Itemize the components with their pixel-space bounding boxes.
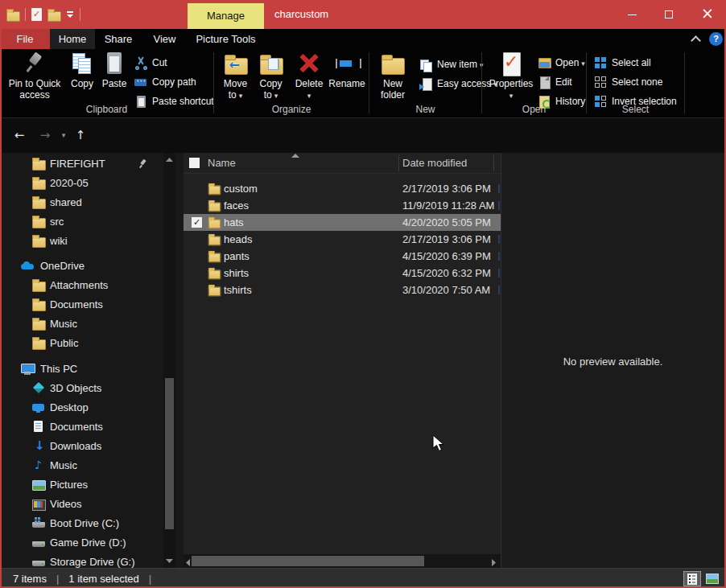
properties-label: Properties	[489, 78, 534, 89]
horizontal-scrollbar[interactable]	[184, 554, 501, 568]
maximize-button[interactable]	[650, 0, 687, 29]
column-header-name[interactable]: Name	[208, 153, 236, 174]
folder-icon	[208, 183, 221, 195]
minimize-icon	[628, 14, 637, 15]
tab-manage[interactable]: Manage	[188, 3, 264, 29]
sidebar-scrollbar[interactable]	[163, 153, 175, 568]
sidebar-scrollbar-thumb[interactable]	[165, 378, 174, 529]
file-name: heads	[224, 231, 252, 248]
sidebar-item-label: Documents	[50, 295, 103, 315]
tab-file[interactable]: File	[0, 29, 50, 49]
qat-new-folder-icon[interactable]	[47, 9, 60, 21]
column-separator[interactable]	[398, 155, 399, 171]
window-title: charcustom	[274, 0, 328, 29]
pin-to-quick-access-button[interactable]: Pin to Quick access	[5, 51, 64, 101]
rename-button[interactable]: Rename	[327, 51, 367, 89]
sidebar-item-game-drive-d[interactable]: Game Drive (D:)	[0, 533, 161, 553]
scroll-left-icon[interactable]	[186, 559, 190, 566]
qat-properties-icon[interactable]	[31, 8, 42, 21]
sidebar-item-shared[interactable]: shared	[0, 193, 161, 212]
sidebar-item-label: Music	[50, 456, 77, 475]
row-tick	[498, 252, 500, 261]
collapse-ribbon-icon[interactable]	[691, 34, 702, 45]
tab-picture-tools[interactable]: Picture Tools	[188, 29, 264, 49]
minimize-button[interactable]	[613, 0, 650, 29]
file-row[interactable]: tshirts 3/10/2020 7:50 AM	[184, 282, 501, 298]
file-row[interactable]: shirts 4/15/2020 6:32 PM	[184, 265, 501, 282]
recent-locations-dropdown-icon[interactable]	[56, 125, 71, 146]
sidebar-item-music[interactable]: Music	[0, 315, 161, 334]
copy-button[interactable]: Copy	[66, 51, 98, 89]
sidebar-item-wiki[interactable]: wiki	[0, 232, 161, 251]
row-checkbox[interactable]	[192, 217, 202, 228]
sidebar-item-label: src	[50, 212, 64, 232]
file-name: custom	[224, 180, 258, 197]
qat-separator	[25, 8, 26, 21]
sidebar-item-this-pc[interactable]: This PC	[0, 360, 161, 379]
tab-share[interactable]: Share	[95, 29, 142, 49]
back-button[interactable]	[8, 125, 31, 146]
sidebar-item-src[interactable]: src	[0, 212, 161, 232]
select-all-button[interactable]: Select all	[594, 54, 651, 72]
properties-button[interactable]: Properties	[488, 51, 534, 97]
edit-button[interactable]: Edit	[538, 73, 572, 91]
sidebar-item-videos[interactable]: Videos	[0, 495, 161, 514]
file-row[interactable]: pants 4/15/2020 6:39 PM	[184, 248, 501, 265]
sidebar-item-3d-objects[interactable]: 3D Objects	[0, 379, 161, 398]
delete-button[interactable]: Delete	[291, 51, 327, 97]
paste-label: Paste	[102, 78, 127, 89]
sidebar-item-firefight[interactable]: FIREFIGHT	[0, 154, 161, 174]
move-to-button[interactable]: ← Move to	[218, 51, 253, 101]
new-group-label: New	[369, 104, 481, 115]
tab-view[interactable]: View	[142, 29, 188, 49]
help-icon[interactable]	[709, 32, 723, 46]
sort-ascending-icon	[291, 154, 299, 158]
up-button[interactable]	[71, 125, 90, 146]
scroll-right-icon[interactable]	[492, 559, 496, 566]
folder-icon	[208, 200, 221, 212]
sidebar-item-documents[interactable]: Documents	[0, 417, 161, 437]
qat-folder-icon[interactable]	[6, 9, 19, 21]
preview-message: No preview available.	[501, 356, 724, 368]
sidebar-item-public[interactable]: Public	[0, 334, 161, 353]
cut-button[interactable]: Cut	[134, 54, 167, 72]
details-view-button[interactable]	[683, 571, 701, 586]
select-all-checkbox[interactable]	[189, 158, 200, 168]
horizontal-scrollbar-thumb[interactable]	[192, 556, 424, 566]
sidebar-item-2020-05[interactable]: 2020-05	[0, 174, 161, 193]
new-folder-button[interactable]: New folder	[372, 51, 414, 101]
sidebar-item-music[interactable]: Music	[0, 456, 161, 475]
sidebar-item-label: shared	[50, 193, 82, 212]
copy-path-icon	[134, 76, 148, 89]
file-row[interactable]: hats 4/20/2020 5:05 PM	[184, 214, 501, 231]
tab-home[interactable]: Home	[50, 29, 95, 49]
ribbon-tabs-row: File Home Share View Picture Tools	[0, 29, 726, 49]
file-row[interactable]: custom 2/17/2019 3:06 PM	[184, 180, 501, 197]
sidebar-item-documents[interactable]: Documents	[0, 295, 161, 315]
column-header-date-modified[interactable]: Date modified	[402, 153, 467, 174]
copy-to-button[interactable]: Copy to	[254, 51, 288, 101]
copy-path-button[interactable]: Copy path	[134, 73, 196, 91]
file-row[interactable]: heads 2/17/2019 3:06 PM	[184, 231, 501, 248]
scroll-down-icon[interactable]	[166, 559, 173, 563]
column-separator[interactable]	[493, 155, 494, 171]
sidebar-item-onedrive[interactable]: OneDrive	[0, 257, 161, 276]
large-icons-view-button[interactable]	[703, 571, 721, 586]
copy-label: Copy	[71, 78, 93, 89]
new-item-button[interactable]: New item	[419, 56, 484, 73]
paste-button[interactable]: Paste	[98, 51, 130, 89]
forward-button[interactable]	[34, 125, 56, 146]
sidebar-item-downloads[interactable]: Downloads	[0, 437, 161, 456]
open-button[interactable]: Open	[538, 54, 585, 72]
sidebar-item-boot-drive-c[interactable]: Boot Drive (C:)	[0, 514, 161, 533]
select-none-button[interactable]: Select none	[594, 73, 662, 91]
sidebar-item-pictures[interactable]: Pictures	[0, 475, 161, 495]
sidebar-item-attachments[interactable]: Attachments	[0, 276, 161, 295]
close-button[interactable]	[689, 0, 726, 29]
sidebar-item-desktop[interactable]: Desktop	[0, 398, 161, 417]
file-row[interactable]: faces 11/9/2019 11:28 AM	[184, 197, 501, 214]
onedrive-icon	[21, 260, 35, 273]
easy-access-button[interactable]: Easy access	[419, 75, 497, 93]
scroll-up-icon[interactable]	[166, 158, 173, 162]
qat-customize-dropdown-icon[interactable]	[66, 9, 74, 20]
